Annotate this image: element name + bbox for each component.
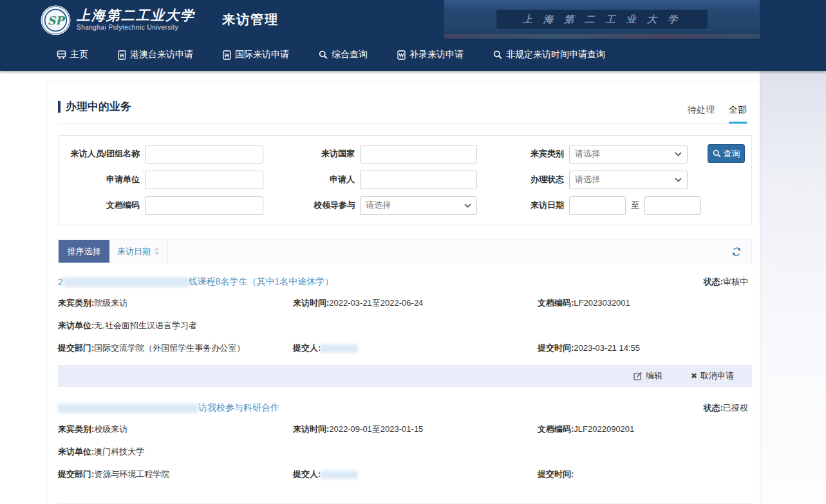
- cancel-button-label: 取消申请: [700, 370, 734, 382]
- field-value: LF2023032001: [574, 298, 630, 308]
- doc-w-icon: [223, 50, 231, 60]
- redacted-text: [58, 404, 198, 413]
- tab-all[interactable]: 全部: [729, 104, 747, 124]
- record-details: 来宾类别:院级来访 来访时间:2022-03-21至2022-06-24 文档编…: [58, 297, 752, 354]
- edit-button[interactable]: 编辑: [634, 370, 662, 382]
- filter-row: 来访人员/团组名称 来访国家 来宾类别 请选择: [65, 141, 751, 167]
- tab-pending[interactable]: 待处理: [688, 104, 715, 123]
- title-accent-bar: [58, 101, 61, 113]
- field-value: 院级来访: [94, 298, 127, 308]
- field-label: 来宾类别:: [58, 424, 94, 434]
- nav-item-comprehensive-query[interactable]: 综合查询: [319, 49, 368, 61]
- cancel-apply-button[interactable]: ✖ 取消申请: [691, 370, 734, 382]
- record-title-text: 线课程8名学生（其中1名中途休学）: [189, 276, 334, 288]
- visit-date-range: 至: [569, 196, 701, 215]
- sort-bar: 排序选择 来访日期: [58, 239, 752, 263]
- edit-button-label: 编辑: [646, 370, 662, 382]
- status-badge: 状态:审核中: [704, 276, 748, 288]
- university-subtitle: Shanghai Polytechnic University: [77, 24, 195, 31]
- page-content: 办理中的业务 待处理 全部 来访人员/团组名称 来访国家 来宾类别 请选择: [0, 71, 826, 504]
- record-title-link[interactable]: 访我校参与科研合作: [58, 402, 279, 414]
- process-status-select[interactable]: 请选择: [569, 171, 688, 189]
- page-title: 来访管理: [222, 11, 279, 28]
- visit-date-start-input[interactable]: [569, 196, 626, 215]
- filter-row: 申请单位 申请人 办理状态 请选择: [65, 167, 751, 192]
- sort-select-button[interactable]: 排序选择: [59, 240, 109, 263]
- cancel-x-icon: ✖: [691, 371, 697, 380]
- refresh-icon: [731, 247, 742, 257]
- visit-country-label: 来访国家: [314, 148, 360, 160]
- field-label: 提交时间:: [538, 343, 574, 353]
- panel-header: 办理中的业务 待处理 全部: [58, 82, 752, 124]
- applicant-input[interactable]: [360, 171, 477, 189]
- record-header: 2线课程8名学生（其中1名中途休学） 状态:审核中: [58, 276, 752, 288]
- filter-row: 文档编码 校领导参与 请选择 来访日期 至: [65, 192, 751, 218]
- field-label: 提交人:: [293, 469, 321, 479]
- field-value: JLF2022090201: [574, 424, 634, 434]
- nav-item-supplement-visit-apply[interactable]: 补录来访申请: [397, 49, 464, 61]
- university-name: 上海第二工业大学: [77, 8, 195, 23]
- record-details: 来宾类别:校级来访 来访时间:2022-09-01至2023-01-15 文档编…: [58, 424, 752, 480]
- chevron-down-icon: [675, 178, 682, 182]
- refresh-button[interactable]: [722, 240, 751, 263]
- field-submit-time: 提交时间:: [538, 469, 752, 480]
- bus-icon: [57, 50, 66, 59]
- redacted-text: [63, 277, 189, 287]
- status-label: 状态:: [704, 277, 723, 286]
- sort-bar-spacer: [168, 240, 722, 263]
- query-button[interactable]: 查询: [708, 144, 745, 163]
- field-label: 文档编码:: [538, 424, 574, 434]
- nav-label: 非规定来访时间申请查询: [506, 49, 605, 61]
- field-value: 澳门科技大学: [94, 447, 144, 456]
- campus-banner-image: 上 海 第 二 工 业 大 学: [444, 0, 760, 39]
- record-title-text: 访我校参与科研合作: [198, 402, 279, 414]
- nav-item-home[interactable]: 主页: [57, 49, 88, 61]
- field-value: 国际交流学院（外国留学生事务办公室）: [94, 343, 245, 353]
- sort-field-visit-date[interactable]: 来访日期: [109, 240, 168, 263]
- main-card: 办理中的业务 待处理 全部 来访人员/团组名称 来访国家 来宾类别 请选择: [48, 82, 760, 504]
- select-value: 请选择: [366, 200, 391, 211]
- banner-flowerbed: [444, 34, 760, 39]
- record-action-bar: 编辑 ✖ 取消申请: [58, 365, 752, 387]
- field-value: 2022-03-21至2022-06-24: [329, 298, 423, 308]
- panel-title-text: 办理中的业务: [66, 99, 131, 114]
- guest-type-select[interactable]: 请选择: [569, 145, 688, 163]
- nav-item-nonstandard-time-query[interactable]: 非规定来访时间申请查询: [493, 49, 605, 61]
- status-value: 审核中: [723, 277, 748, 286]
- leader-join-label: 校领导参与: [314, 200, 360, 211]
- nav-label: 港澳台来访申请: [130, 49, 193, 61]
- visit-date-label: 来访日期: [512, 200, 569, 211]
- background-gradient: [760, 71, 826, 504]
- field-label: 提交部门:: [58, 469, 94, 479]
- field-submit-dept: 提交部门:国际交流学院（外国留学生事务办公室）: [58, 342, 293, 354]
- field-visit-unit: 来访单位:无,社会面招生汉语言学习者: [58, 320, 752, 331]
- status-badge: 状态:已授权: [704, 402, 748, 414]
- nav-label: 补录来访申请: [409, 49, 464, 61]
- status-value: 已授权: [723, 403, 748, 413]
- status-tabs: 待处理 全部: [688, 104, 747, 123]
- field-value: 2023-03-21 14:55: [574, 343, 640, 353]
- nav-item-hmt-visit-apply[interactable]: 港澳台来访申请: [118, 49, 193, 61]
- doc-code-input[interactable]: [145, 196, 263, 215]
- record-title-link[interactable]: 2线课程8名学生（其中1名中途休学）: [58, 276, 333, 288]
- search-icon: [493, 50, 502, 59]
- apply-unit-input[interactable]: [145, 171, 263, 189]
- visit-country-input[interactable]: [360, 145, 477, 163]
- select-value: 请选择: [575, 174, 600, 185]
- field-value: 2022-09-01至2023-01-15: [329, 424, 423, 434]
- record-title-text: 2: [58, 277, 63, 287]
- visit-record: 2线课程8名学生（其中1名中途休学） 状态:审核中 来宾类别:院级来访 来访时间…: [58, 276, 752, 354]
- svg-text:SP: SP: [48, 14, 66, 27]
- field-value: 校级来访: [94, 424, 127, 434]
- date-separator: 至: [631, 200, 639, 211]
- leader-join-select[interactable]: 请选择: [360, 196, 477, 215]
- applicant-label: 申请人: [314, 174, 360, 185]
- nav-item-international-visit-apply[interactable]: 国际来访申请: [223, 49, 289, 61]
- visit-date-end-input[interactable]: [644, 196, 701, 215]
- field-submit-dept: 提交部门:资源与环境工程学院: [58, 469, 293, 480]
- field-label: 来宾类别:: [58, 298, 94, 308]
- query-button-label: 查询: [724, 148, 740, 160]
- visitor-name-input[interactable]: [145, 145, 263, 163]
- field-submit-time: 提交时间:2023-03-21 14:55: [538, 342, 752, 354]
- visitor-name-label: 来访人员/团组名称: [65, 148, 145, 160]
